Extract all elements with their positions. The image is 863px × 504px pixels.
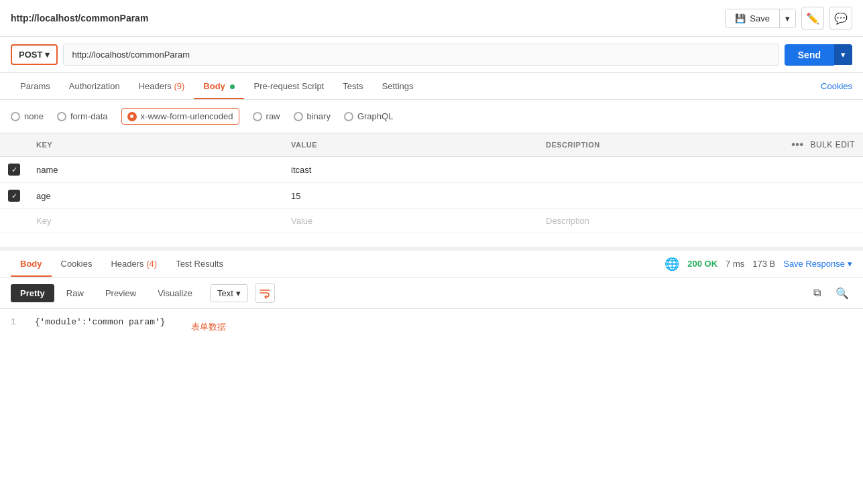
search-icon-button[interactable]: 🔍 (832, 283, 852, 303)
response-tab-cookies[interactable]: Cookies (52, 251, 102, 277)
wrap-button[interactable] (255, 283, 275, 303)
format-row: Pretty Raw Preview Visualize Text ▾ ⧉ 🔍 (0, 277, 863, 309)
globe-icon[interactable]: 🌐 (665, 257, 679, 271)
comment-icon: 💬 (834, 12, 848, 25)
line-number-1: 1 (11, 317, 16, 327)
row2-value[interactable]: 15 (283, 183, 538, 209)
status-time: 7 ms (726, 259, 744, 269)
page-title: http://localhost/commonParam (11, 13, 725, 23)
method-label: POST (19, 50, 42, 60)
response-tabs-row: Body Cookies Headers (4) Test Results 🌐 … (0, 251, 863, 277)
response-status-group: 🌐 200 OK 7 ms 173 B Save Response ▾ (665, 257, 852, 271)
row1-check[interactable]: ✓ (0, 157, 28, 183)
table-more-icon[interactable]: ••• (791, 139, 803, 151)
radio-form-data[interactable]: form-data (57, 111, 108, 121)
radio-raw-circle (253, 112, 262, 121)
pencil-icon: ✏️ (806, 12, 819, 25)
save-label: Save (750, 13, 770, 23)
th-key: KEY (28, 133, 283, 157)
top-bar-actions: 💾 Save ▾ ✏️ 💬 (725, 7, 852, 29)
status-size: 173 B (752, 259, 775, 269)
params-table-container: 表单数据 KEY VALUE DESCRIPTION ••• Bulk Edit (0, 133, 863, 233)
radio-none[interactable]: none (11, 111, 44, 121)
response-section: Body Cookies Headers (4) Test Results 🌐 … (0, 247, 863, 335)
save-response-chevron-icon: ▾ (848, 259, 852, 269)
response-tab-headers[interactable]: Headers (4) (101, 251, 166, 277)
save-response-button[interactable]: Save Response ▾ (783, 259, 852, 269)
method-selector[interactable]: POST ▾ (11, 44, 58, 65)
tab-params[interactable]: Params (11, 73, 60, 99)
empty-value[interactable]: Value (283, 209, 538, 233)
request-tabs: Params Authorization Headers (9) Body Pr… (0, 73, 863, 100)
row2-desc[interactable] (538, 183, 863, 209)
table-header-row: KEY VALUE DESCRIPTION ••• Bulk Edit (0, 133, 863, 157)
comment-button[interactable]: 💬 (829, 7, 852, 29)
table-annotation: 表单数据 (191, 321, 226, 333)
radio-graphql-circle (344, 112, 353, 121)
table-row: ✓ age 15 (0, 183, 863, 209)
body-type-row: none form-data x-www-form-urlencoded raw… (0, 100, 863, 133)
th-check (0, 133, 28, 157)
response-headers-badge: (4) (146, 259, 157, 269)
save-button[interactable]: 💾 Save (726, 9, 779, 27)
save-dropdown-button[interactable]: ▾ (779, 9, 795, 27)
format-tab-visualize[interactable]: Visualize (148, 284, 202, 302)
radio-form-data-circle (57, 112, 66, 121)
row1-desc[interactable] (538, 157, 863, 183)
checkbox-checked-icon: ✓ (8, 190, 20, 202)
save-button-group: 💾 Save ▾ (725, 9, 796, 28)
row1-value[interactable]: itcast (283, 157, 538, 183)
text-format-select[interactable]: Text ▾ (210, 284, 248, 302)
empty-key[interactable]: Key (28, 209, 283, 233)
response-tab-test-results[interactable]: Test Results (166, 251, 233, 277)
format-tab-raw[interactable]: Raw (57, 284, 93, 302)
send-button[interactable]: Send (785, 44, 834, 66)
tab-cookies[interactable]: Cookies (821, 73, 852, 99)
bulk-edit-button[interactable]: Bulk Edit (810, 140, 855, 149)
url-input[interactable] (63, 44, 779, 66)
radio-urlencoded[interactable]: x-www-form-urlencoded (121, 108, 239, 125)
th-value: VALUE (283, 133, 538, 157)
wrap-icon (259, 287, 271, 299)
tab-headers[interactable]: Headers (9) (129, 73, 194, 99)
edit-button[interactable]: ✏️ (801, 7, 824, 29)
tab-authorization[interactable]: Authorization (60, 73, 129, 99)
request-row: POST ▾ Send ▾ (0, 37, 863, 73)
params-table: KEY VALUE DESCRIPTION ••• Bulk Edit ✓ (0, 133, 863, 233)
row2-key[interactable]: age (28, 183, 283, 209)
radio-graphql[interactable]: GraphQL (344, 111, 393, 121)
empty-check (0, 209, 28, 233)
format-tab-pretty[interactable]: Pretty (11, 284, 54, 302)
method-chevron-icon: ▾ (45, 50, 50, 60)
radio-urlencoded-circle (127, 112, 137, 121)
radio-raw[interactable]: raw (253, 111, 280, 121)
format-tab-preview[interactable]: Preview (96, 284, 146, 302)
send-dropdown-button[interactable]: ▾ (834, 44, 852, 65)
format-right-icons: ⧉ 🔍 (807, 283, 852, 303)
response-code-1: {'module':'common param'} (35, 317, 166, 327)
row1-key[interactable]: name (28, 157, 283, 183)
response-body: 1 {'module':'common param'} (0, 309, 863, 335)
radio-binary-circle (294, 112, 303, 121)
row2-check[interactable]: ✓ (0, 183, 28, 209)
response-line-1: 1 {'module':'common param'} (11, 317, 852, 327)
top-bar: http://localhost/commonParam 💾 Save ▾ ✏️… (0, 0, 863, 37)
tab-settings[interactable]: Settings (373, 73, 423, 99)
th-description: DESCRIPTION ••• Bulk Edit (538, 133, 863, 157)
body-dot (230, 84, 235, 89)
headers-badge: (9) (174, 81, 184, 91)
copy-icon-button[interactable]: ⧉ (807, 283, 827, 303)
table-empty-row: Key Value Description (0, 209, 863, 233)
tab-pre-request[interactable]: Pre-request Script (244, 73, 333, 99)
radio-none-circle (11, 112, 20, 121)
table-row: ✓ name itcast (0, 157, 863, 183)
radio-binary[interactable]: binary (294, 111, 331, 121)
response-tab-body[interactable]: Body (11, 251, 52, 277)
text-format-chevron-icon: ▾ (236, 288, 241, 298)
tab-body[interactable]: Body (194, 73, 244, 99)
send-button-group: Send ▾ (785, 44, 852, 66)
empty-desc[interactable]: Description (538, 209, 863, 233)
save-disk-icon: 💾 (735, 13, 746, 23)
status-ok-badge: 200 OK (687, 259, 717, 269)
tab-tests[interactable]: Tests (333, 73, 372, 99)
